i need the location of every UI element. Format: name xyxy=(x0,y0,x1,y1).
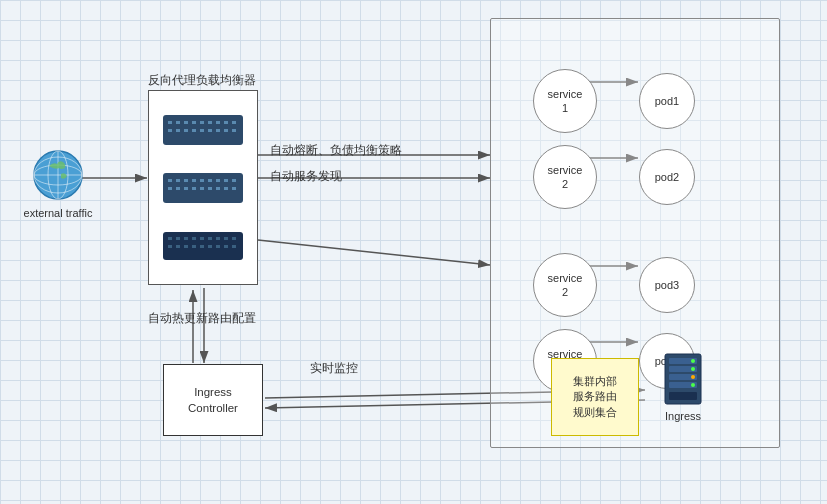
svg-point-25 xyxy=(691,359,695,363)
realtime-monitor-label: 实时监控 xyxy=(310,360,358,377)
auto-route-label: 自动热更新路由配置 xyxy=(148,310,256,327)
router-icon-3 xyxy=(163,232,243,260)
service-1: service 1 xyxy=(533,69,597,133)
globe-icon xyxy=(31,148,85,202)
ingress-rules-box: 集群内部 服务路由 规则集合 xyxy=(551,358,639,436)
ingress-server: Ingress xyxy=(653,352,713,422)
lb-section-label: 反向代理负载均衡器 xyxy=(148,72,256,89)
external-traffic-label: external traffic xyxy=(18,206,98,220)
auto-circuit-label: 自动熔断、负债均衡策略 xyxy=(270,142,402,159)
ingress-rules-label: 集群内部 服务路由 规则集合 xyxy=(573,374,617,420)
ingress-controller-label: Ingress Controller xyxy=(188,384,238,416)
router-icon-1 xyxy=(163,115,243,145)
svg-point-26 xyxy=(691,367,695,371)
server-icon xyxy=(661,352,705,406)
ingress-server-label: Ingress xyxy=(653,410,713,422)
svg-point-27 xyxy=(691,375,695,379)
svg-rect-29 xyxy=(669,392,697,400)
auto-discovery-label: 自动服务发现 xyxy=(270,168,342,185)
service-2: service 2 xyxy=(533,145,597,209)
external-traffic: external traffic xyxy=(18,148,98,220)
pod-3: pod3 xyxy=(639,257,695,313)
pod-2: pod2 xyxy=(639,149,695,205)
pod-1: pod1 xyxy=(639,73,695,129)
svg-point-28 xyxy=(691,383,695,387)
ingress-controller-box: Ingress Controller xyxy=(163,364,263,436)
lb-box xyxy=(148,90,258,285)
router-icon-2 xyxy=(163,173,243,203)
service-3: service 2 xyxy=(533,253,597,317)
